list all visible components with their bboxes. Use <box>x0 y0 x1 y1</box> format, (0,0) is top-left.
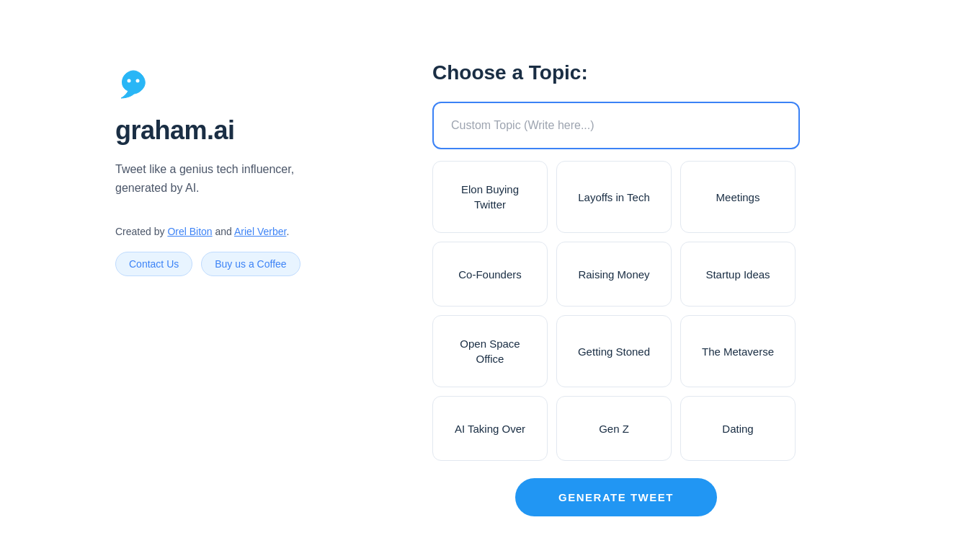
creator2-link[interactable]: Ariel Verber <box>234 226 286 237</box>
topic-card-meetings[interactable]: Meetings <box>680 161 796 233</box>
created-by-text: Created by <box>115 226 164 237</box>
topic-card-co-founders[interactable]: Co-Founders <box>432 242 548 307</box>
topic-card-open-space-office[interactable]: Open Space Office <box>432 315 548 387</box>
and-text: and <box>215 226 234 237</box>
action-buttons: Contact Us Buy us a Coffee <box>115 252 346 276</box>
creator1-link[interactable]: Orel Biton <box>167 226 212 237</box>
topic-card-raising-money[interactable]: Raising Money <box>556 242 672 307</box>
topic-card-layoffs-in-tech[interactable]: Layoffs in Tech <box>556 161 672 233</box>
generate-tweet-button[interactable]: GENERATE TWEET <box>515 478 717 516</box>
coffee-button[interactable]: Buy us a Coffee <box>201 252 300 276</box>
created-by: Created by Orel Biton and Ariel Verber. <box>115 226 346 237</box>
topic-card-startup-ideas[interactable]: Startup Ideas <box>680 242 796 307</box>
logo-icon <box>115 65 151 101</box>
generate-wrapper: GENERATE TWEET <box>432 478 800 516</box>
topic-card-ai-taking-over[interactable]: AI Taking Over <box>432 396 548 461</box>
topic-card-getting-stoned[interactable]: Getting Stoned <box>556 315 672 387</box>
right-panel: Choose a Topic: Elon Buying TwitterLayof… <box>432 58 937 516</box>
period: . <box>286 226 289 237</box>
topic-grid: Elon Buying TwitterLayoffs in TechMeetin… <box>432 161 800 461</box>
brand-name: graham.ai <box>115 115 346 146</box>
tagline: Tweet like a genius tech influencer, gen… <box>115 160 346 197</box>
left-panel: graham.ai Tweet like a genius tech influ… <box>115 58 346 516</box>
topic-card-elon-buying-twitter[interactable]: Elon Buying Twitter <box>432 161 548 233</box>
svg-point-1 <box>136 79 140 83</box>
contact-button[interactable]: Contact Us <box>115 252 192 276</box>
topic-card-the-metaverse[interactable]: The Metaverse <box>680 315 796 387</box>
topic-card-dating[interactable]: Dating <box>680 396 796 461</box>
svg-point-0 <box>128 79 131 83</box>
choose-topic-title: Choose a Topic: <box>432 61 937 84</box>
custom-topic-input[interactable] <box>432 102 800 149</box>
topic-card-gen-z[interactable]: Gen Z <box>556 396 672 461</box>
